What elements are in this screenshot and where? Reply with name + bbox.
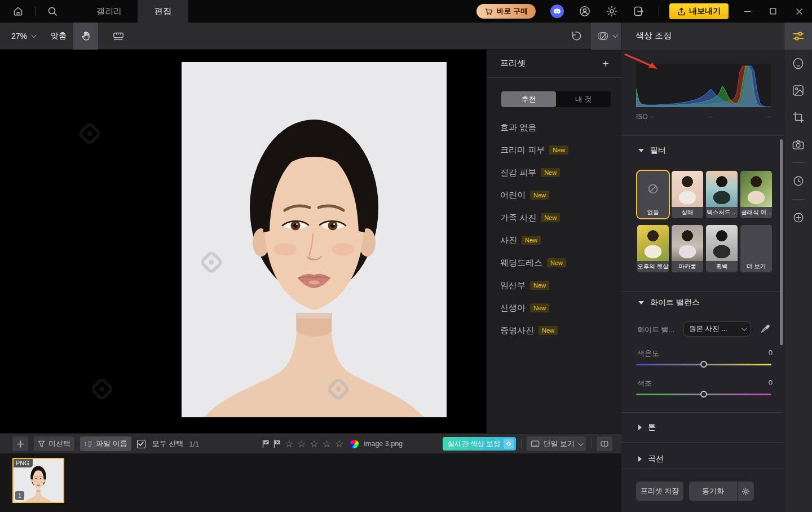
logout-button[interactable] <box>633 5 645 17</box>
expand-arrow-icon <box>638 425 642 430</box>
filter-item[interactable]: 텍스처드 ... <box>706 171 738 218</box>
slider-knob[interactable] <box>700 361 707 368</box>
discord-button[interactable] <box>550 5 564 18</box>
filter-item[interactable]: 마카롱 <box>672 225 703 272</box>
split-view-button[interactable] <box>597 436 612 451</box>
photo-canvas[interactable] <box>182 62 447 417</box>
home-button[interactable] <box>12 6 24 17</box>
save-preset-button[interactable]: 프리셋 저장 <box>636 482 683 501</box>
preset-item[interactable]: 질감 피부New <box>487 161 621 184</box>
filter-item[interactable]: 오후의 햇살 <box>637 225 669 272</box>
scrollbar[interactable] <box>780 139 783 345</box>
star-rating-2[interactable]: ☆ <box>297 439 306 449</box>
slider-knob[interactable] <box>700 391 707 398</box>
preset-list: 효과 없음크리미 피부New질감 피부New어린이New가족 사진New사진Ne… <box>487 116 621 342</box>
preset-item[interactable]: 효과 없음 <box>487 116 621 139</box>
filmstrip-thumbnail[interactable]: PNG 1 <box>12 458 64 503</box>
tab-edit[interactable]: 편집 <box>138 0 188 23</box>
preset-item[interactable]: 임산부New <box>487 274 621 297</box>
flag-pick-button[interactable] <box>262 439 270 448</box>
preset-item[interactable]: 웨딩드레스New <box>487 251 621 274</box>
search-button[interactable] <box>47 6 58 17</box>
temperature-slider[interactable] <box>636 364 771 365</box>
crop-tool-button[interactable] <box>784 104 812 131</box>
divider <box>591 439 592 449</box>
divider <box>621 291 784 292</box>
index-badge: 1 <box>15 491 24 500</box>
live-color-correction-badge[interactable]: 실시간 색상 보정 <box>443 437 516 451</box>
filter-unselected-button[interactable]: 미선택 <box>34 436 74 451</box>
preset-tab[interactable]: 내 것 <box>556 91 611 107</box>
tone-section-header[interactable]: 톤 <box>638 422 656 432</box>
filter-item[interactable]: 클래식 여... <box>740 171 772 218</box>
preset-tab[interactable]: 추천 <box>501 91 556 107</box>
preset-item[interactable]: 사진New <box>487 229 621 251</box>
star-rating-5[interactable]: ☆ <box>335 439 343 449</box>
filter-item[interactable]: 흑백 <box>706 225 738 272</box>
close-button[interactable] <box>786 0 812 23</box>
filter-item[interactable]: 더 보기 <box>740 225 772 272</box>
export-icon <box>677 7 686 16</box>
preset-item[interactable]: 크리미 피부New <box>487 139 621 161</box>
settings-button[interactable] <box>606 5 618 17</box>
tab-gallery[interactable]: 갤러리 <box>81 0 138 23</box>
filter-section-header[interactable]: 필터 <box>638 145 666 156</box>
add-image-button[interactable] <box>12 436 28 451</box>
compare-original-button[interactable] <box>591 23 621 50</box>
curves-section-header[interactable]: 곡선 <box>638 454 664 464</box>
maximize-button[interactable] <box>760 0 786 23</box>
profile-button[interactable] <box>579 5 591 17</box>
fit-button[interactable]: 맞춤 <box>51 31 67 41</box>
buy-now-label: 바로 구매 <box>496 6 528 16</box>
eyedropper-button[interactable] <box>761 324 771 334</box>
filter-item[interactable]: 없음 <box>637 171 669 218</box>
portrait-retouch-tool-button[interactable] <box>784 50 812 77</box>
sliders-icon <box>792 30 805 42</box>
star-rating-3[interactable]: ☆ <box>310 439 319 449</box>
select-all-checkbox[interactable] <box>137 440 145 448</box>
export-button[interactable]: 내보내기 <box>669 3 729 19</box>
history-tool-button[interactable] <box>784 167 812 195</box>
minimize-button[interactable] <box>734 0 760 23</box>
color-label-button[interactable] <box>350 440 359 448</box>
editor-canvas[interactable] <box>0 50 486 433</box>
star-rating-4[interactable]: ☆ <box>323 439 331 449</box>
white-balance-section-header[interactable]: 화이트 밸런스 <box>638 298 700 308</box>
sync-button[interactable]: 동기화 <box>689 482 738 501</box>
preset-tabs: 추천내 것 <box>501 91 611 107</box>
preset-item[interactable]: 가족 사진New <box>487 206 621 229</box>
add-preset-button[interactable]: + <box>602 58 609 69</box>
hand-tool-button[interactable] <box>73 23 98 50</box>
flag-reject-button[interactable] <box>273 439 281 448</box>
preset-item-label: 어린이 <box>500 190 526 201</box>
curves-section-title: 곡선 <box>648 454 664 464</box>
filter-thumbnail <box>740 225 772 261</box>
new-badge: New <box>530 281 549 290</box>
slash-circle-icon <box>647 183 659 195</box>
tint-slider[interactable] <box>636 394 771 395</box>
funnel-icon <box>38 440 45 448</box>
white-balance-dropdown[interactable]: 원본 사진 ... <box>683 321 751 337</box>
preset-item[interactable]: 어린이New <box>487 184 621 206</box>
filter-item[interactable]: 상쾌 <box>672 171 703 218</box>
preset-item-label: 사진 <box>500 235 517 246</box>
filter-thumbnail <box>637 225 669 261</box>
temperature-label: 색온도 <box>637 348 659 359</box>
star-rating-1[interactable]: ☆ <box>285 439 293 449</box>
buy-now-button[interactable]: 바로 구매 <box>476 4 536 19</box>
add-tool-button[interactable] <box>784 204 812 231</box>
background-tool-button[interactable] <box>784 77 812 104</box>
filter-thumbnail <box>637 171 669 207</box>
camera-raw-tool-button[interactable] <box>784 131 812 158</box>
preset-item[interactable]: 증명사진New <box>487 319 621 342</box>
preset-item[interactable]: 신생아New <box>487 297 621 319</box>
view-mode-button[interactable]: 단일 보기 <box>527 436 586 451</box>
color-adjustment-tool-button[interactable] <box>784 23 812 50</box>
sync-settings-button[interactable] <box>738 482 754 501</box>
camera-icon <box>792 139 805 151</box>
undo-button[interactable] <box>570 30 582 42</box>
zoom-level-control[interactable]: 27% <box>11 32 35 41</box>
edit-toolbar: 27% 맞춤 <box>0 23 621 50</box>
sort-by-filename-button[interactable]: 1 파일 이름 <box>80 436 131 451</box>
ruler-tool-button[interactable] <box>106 23 131 50</box>
